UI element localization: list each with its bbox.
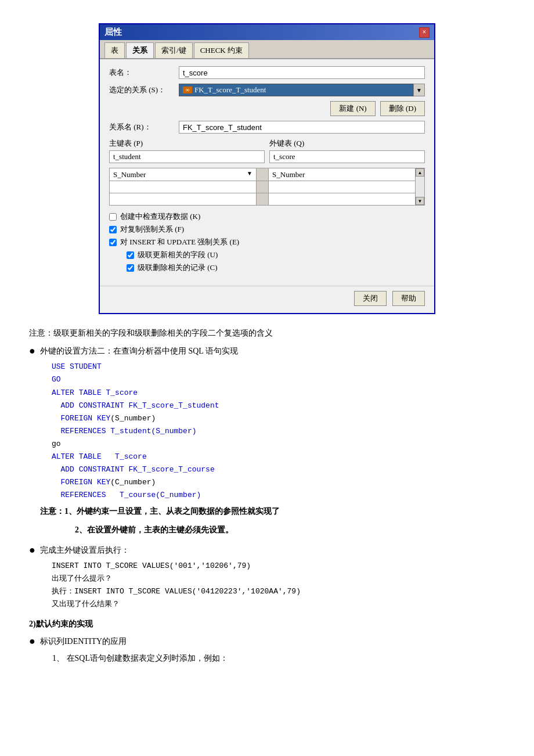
checkbox-row-1: 对复制强制关系 (F)	[109, 224, 425, 235]
code-line-1: USE STUDENT	[52, 361, 505, 373]
selected-relation-dropdown[interactable]: ∞ FK_T_score_T_student ▼	[179, 84, 425, 96]
exec-line-2: 出现了什么提示？	[52, 573, 505, 585]
bullet-3-text: 标识列IDENTITY的应用	[40, 637, 127, 646]
foreign-key-col: 外键表 (Q) t_score	[269, 138, 425, 163]
table-name-row: 表名：	[109, 66, 425, 79]
scroll-up-arrow[interactable]: ▲	[416, 168, 424, 177]
code-line-7: go	[52, 438, 505, 451]
new-delete-btn-row: 新建 (N) 删除 (D)	[109, 101, 425, 116]
relation-name-input[interactable]	[179, 121, 425, 134]
tab-table[interactable]: 表	[104, 42, 125, 58]
mapping-table: S_Number ▼ S_Number	[109, 168, 416, 206]
code-line-3: ALTER TABLE T_score	[52, 387, 505, 399]
exec-line-1: INSERT INTO T_SCORE VALUES('001','10206'…	[52, 560, 505, 573]
delete-button[interactable]: 删除 (D)	[380, 101, 425, 116]
foreign-key-value: t_score	[269, 150, 425, 163]
bullet-dot-3: ●	[29, 634, 35, 649]
scroll-track	[416, 177, 424, 197]
content-area: 注意：级联更新相关的字段和级联删除相关的字段二个复选项的含义 ● 外键的设置方法…	[12, 326, 522, 665]
tab-check-constraint[interactable]: CHECK 约束	[194, 42, 249, 58]
key-table-section: 主键表 (P) t_student 外键表 (Q) t_score	[109, 138, 425, 163]
code-block-1: USE STUDENT GO ALTER TABLE T_score ADD C…	[52, 361, 505, 502]
primary-key-label: 主键表 (P)	[109, 138, 265, 149]
checkbox-row-3: 级联更新相关的字段 (U)	[127, 250, 425, 260]
code-line-10: FOREIGN KEY(C_number)	[52, 476, 505, 489]
checkbox-label-3: 级联更新相关的字段 (U)	[138, 250, 218, 260]
checkbox-label-2: 对 INSERT 和 UPDATE 强制关系 (E)	[120, 237, 239, 247]
primary-key-value: t_student	[109, 150, 265, 163]
bullet-1-content: 外键的设置方法二：在查询分析器中使用 SQL 语句实现 USE STUDENT …	[40, 344, 505, 541]
bullet-dot-1: ●	[29, 344, 35, 358]
bullet-3: ● 标识列IDENTITY的应用	[29, 634, 505, 649]
mapping-primary-col: S_Number ▼	[110, 168, 257, 181]
bullet-3-content: 标识列IDENTITY的应用	[40, 634, 505, 649]
checkbox-label-1: 对复制强制关系 (F)	[120, 224, 184, 235]
scroll-down-arrow[interactable]: ▼	[416, 197, 424, 205]
checkbox-1[interactable]	[109, 226, 117, 233]
mapping-row-2	[110, 181, 416, 193]
relation-name-row: 关系名 (R)：	[109, 121, 425, 134]
dropdown-arrow[interactable]: ▼	[413, 84, 425, 96]
new-button[interactable]: 新建 (N)	[330, 101, 375, 116]
exec-block: INSERT INTO T_SCORE VALUES('001','10206'…	[52, 560, 505, 611]
checkbox-row-2: 对 INSERT 和 UPDATE 强制关系 (E)	[109, 237, 425, 247]
note1-line: 注意：级联更新相关的字段和级联删除相关的字段二个复选项的含义	[29, 326, 505, 340]
note2-text1: 注意：1、外键约束一旦设置，主、从表之间数据的参照性就实现了	[40, 507, 280, 516]
tab-index-key[interactable]: 索引/键	[155, 42, 193, 58]
selected-relation-value: ∞ FK_T_score_T_student	[179, 84, 413, 96]
dialog-title: 屈性	[104, 27, 122, 38]
last-line-text: 1、 在SQL语句创建数据表定义列时添加，例如：	[52, 654, 228, 663]
checkbox-3[interactable]	[127, 251, 134, 259]
checkbox-label-4: 级联删除相关的记录 (C)	[138, 262, 218, 273]
mapping-row-1: S_Number ▼ S_Number	[110, 168, 416, 181]
mapping-separator	[256, 168, 268, 181]
help-button[interactable]: 帮助	[392, 291, 425, 306]
dialog-tabs: 表 关系 索引/键 CHECK 约束	[100, 40, 434, 59]
note2-text2: 2、在设置外键前，主表的主键必须先设置。	[75, 525, 233, 534]
note2-line2: 2、在设置外键前，主表的主键必须先设置。	[75, 523, 505, 537]
bullet-1: ● 外键的设置方法二：在查询分析器中使用 SQL 语句实现 USE STUDEN…	[29, 344, 505, 541]
mapping-foreign-col: S_Number	[269, 168, 416, 181]
checkbox-row-4: 级联删除相关的记录 (C)	[127, 262, 425, 273]
relation-icon: ∞	[183, 87, 192, 93]
code-line-6: REFERENCES T_student(S_number)	[52, 425, 505, 438]
code-line-4: ADD CONSTRAINT FK_T_score_T_student	[52, 399, 505, 412]
primary-key-col: 主键表 (P) t_student	[109, 138, 265, 163]
col-arrow: ▼	[247, 170, 252, 177]
checkbox-label-0: 创建中检查现存数据 (K)	[120, 211, 200, 222]
bullet-1-text: 外键的设置方法二：在查询分析器中使用 SQL 语句实现	[40, 347, 238, 355]
mapping-wrapper: S_Number ▼ S_Number	[109, 168, 425, 206]
dialog-footer: 关闭 帮助	[100, 286, 434, 313]
note2-line1: 注意：1、外键约束一旦设置，主、从表之间数据的参照性就实现了	[40, 504, 505, 519]
checkbox-2[interactable]	[109, 239, 117, 246]
exec-line-3: 执行：INSERT INTO T_SCORE VALUES('04120223'…	[52, 585, 505, 598]
code-line-11: REFERENCES T_course(C_number)	[52, 489, 505, 502]
mapping-scrollbar[interactable]: ▲ ▼	[416, 168, 425, 206]
tab-relation[interactable]: 关系	[126, 42, 154, 58]
relation-name-label: 关系名 (R)：	[109, 122, 179, 132]
foreign-key-label: 外键表 (Q)	[269, 138, 425, 149]
code-line-9: ADD CONSTRAINT FK_T_score_T_course	[52, 463, 505, 476]
dialog-titlebar: 屈性 ×	[100, 24, 434, 40]
bullet-dot-2: ●	[29, 543, 35, 557]
exec-line-4: 又出现了什么结果？	[52, 598, 505, 611]
table-name-label: 表名：	[109, 67, 179, 78]
bullet-2-content: 完成主外键设置后执行： INSERT INTO T_SCORE VALUES('…	[40, 543, 505, 614]
checkbox-4[interactable]	[127, 264, 134, 272]
checkbox-row-0: 创建中检查现存数据 (K)	[109, 211, 425, 222]
bullet-2-text: 完成主外键设置后执行：	[40, 546, 129, 555]
dialog-window: 屈性 × 表 关系 索引/键 CHECK 约束 表名： 选定的关系 (S)：	[99, 23, 435, 314]
table-name-input[interactable]	[179, 66, 425, 79]
code-line-5: FOREIGN KEY(S_number)	[52, 412, 505, 425]
code-line-8: ALTER TABLE T_score	[52, 451, 505, 463]
selected-relation-row: 选定的关系 (S)： ∞ FK_T_score_T_student ▼	[109, 84, 425, 96]
last-line-row: 1、 在SQL语句创建数据表定义列时添加，例如：	[52, 651, 505, 665]
close-icon[interactable]: ×	[419, 27, 430, 38]
close-button[interactable]: 关闭	[354, 291, 387, 306]
bullet-2: ● 完成主外键设置后执行： INSERT INTO T_SCORE VALUES…	[29, 543, 505, 614]
selected-relation-label: 选定的关系 (S)：	[109, 85, 179, 95]
checkbox-section: 创建中检查现存数据 (K) 对复制强制关系 (F) 对 INSERT 和 UPD…	[109, 211, 425, 273]
checkbox-0[interactable]	[109, 213, 117, 221]
note1-text: 注意：级联更新相关的字段和级联删除相关的字段二个复选项的含义	[29, 329, 273, 337]
section-default-title: 2)默认约束的实现	[29, 617, 505, 631]
